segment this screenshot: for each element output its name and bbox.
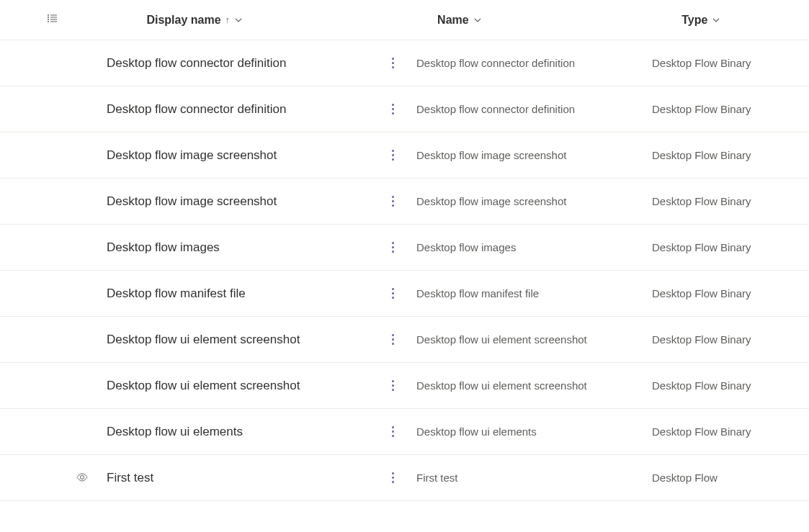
row-menu-cell xyxy=(382,147,403,163)
header-name-sort[interactable]: Name xyxy=(437,14,482,27)
table-row[interactable]: Desktop flow ui element screenshotDeskto… xyxy=(0,363,809,409)
row-name-cell: Desktop flow manifest file xyxy=(403,287,645,299)
row-menu-cell xyxy=(382,239,403,256)
table-row[interactable]: Desktop flow imagesDesktop flow imagesDe… xyxy=(0,225,809,271)
row-menu-cell xyxy=(382,285,403,302)
name-text: Desktop flow connector definition xyxy=(416,103,575,115)
more-vertical-icon[interactable] xyxy=(389,285,397,302)
header-type-cell: Type xyxy=(674,14,809,27)
name-text: Desktop flow image screenshot xyxy=(416,149,566,161)
svg-point-8 xyxy=(81,475,84,479)
row-menu-cell xyxy=(382,377,403,394)
row-display-name-cell: First test xyxy=(99,471,382,485)
row-type-cell: Desktop Flow Binary xyxy=(645,149,782,161)
row-name-cell: Desktop flow connector definition xyxy=(403,103,645,115)
type-text: Desktop Flow Binary xyxy=(652,379,751,392)
row-name-cell: Desktop flow images xyxy=(403,241,645,253)
type-text: Desktop Flow Binary xyxy=(652,241,751,253)
name-text: Desktop flow ui element screenshot xyxy=(416,379,587,392)
more-vertical-icon[interactable] xyxy=(389,147,397,163)
more-vertical-icon[interactable] xyxy=(389,469,397,486)
display-name-text[interactable]: Desktop flow ui elements xyxy=(107,425,243,439)
table-row[interactable]: Desktop flow ui elementsDesktop flow ui … xyxy=(0,409,809,455)
row-menu-cell xyxy=(382,55,403,71)
display-name-text[interactable]: First test xyxy=(107,471,153,485)
sort-ascending-icon: ↑ xyxy=(225,14,231,25)
table-row[interactable]: Desktop flow image screenshotDesktop flo… xyxy=(0,179,809,225)
row-type-cell: Desktop Flow Binary xyxy=(645,241,782,253)
row-display-name-cell: Desktop flow manifest file xyxy=(99,287,382,301)
row-display-name-cell: Desktop flow image screenshot xyxy=(99,194,382,209)
row-name-cell: Desktop flow connector definition xyxy=(403,57,645,69)
name-text: Desktop flow ui element screenshot xyxy=(416,333,587,346)
header-display-name-sort[interactable]: Display name ↑ xyxy=(146,14,243,27)
table-row[interactable]: Desktop flow connector definitionDesktop… xyxy=(0,86,809,132)
more-vertical-icon[interactable] xyxy=(389,193,397,209)
row-type-cell: Desktop Flow xyxy=(645,472,782,484)
display-name-text[interactable]: Desktop flow connector definition xyxy=(107,56,286,71)
display-name-text[interactable]: Desktop flow ui element screenshot xyxy=(107,333,300,347)
header-type-sort[interactable]: Type xyxy=(681,14,720,27)
more-vertical-icon[interactable] xyxy=(389,239,397,256)
name-text: Desktop flow image screenshot xyxy=(416,195,566,207)
type-text: Desktop Flow xyxy=(652,472,718,484)
row-name-cell: Desktop flow image screenshot xyxy=(403,149,645,161)
row-name-cell: Desktop flow image screenshot xyxy=(403,195,645,207)
display-name-text[interactable]: Desktop flow connector definition xyxy=(107,102,286,117)
more-vertical-icon[interactable] xyxy=(389,377,397,394)
more-vertical-icon[interactable] xyxy=(389,331,397,348)
name-text: First test xyxy=(416,472,458,484)
display-name-text[interactable]: Desktop flow image screenshot xyxy=(107,148,277,163)
table-row[interactable]: Desktop flow manifest fileDesktop flow m… xyxy=(0,271,809,317)
row-type-cell: Desktop Flow Binary xyxy=(645,57,782,69)
select-all-icon[interactable] xyxy=(47,13,58,27)
type-text: Desktop Flow Binary xyxy=(652,149,751,161)
display-name-text[interactable]: Desktop flow images xyxy=(107,240,220,255)
row-name-cell: First test xyxy=(403,472,645,484)
row-display-name-cell: Desktop flow connector definition xyxy=(99,56,382,71)
row-display-name-cell: Desktop flow ui element screenshot xyxy=(99,333,382,347)
type-text: Desktop Flow Binary xyxy=(652,333,751,346)
row-display-name-cell: Desktop flow connector definition xyxy=(99,102,382,117)
header-type-label: Type xyxy=(681,14,707,27)
row-menu-cell xyxy=(382,423,403,440)
row-menu-cell xyxy=(382,101,403,117)
type-text: Desktop Flow Binary xyxy=(652,57,751,69)
eye-icon xyxy=(76,472,88,484)
table-header-row: Display name ↑ Name Type xyxy=(0,0,809,40)
row-type-cell: Desktop Flow Binary xyxy=(645,425,782,438)
row-display-name-cell: Desktop flow image screenshot xyxy=(99,148,382,163)
header-display-name-cell: Display name ↑ xyxy=(104,14,416,27)
header-display-name-label: Display name xyxy=(146,14,220,27)
row-status-icon-cell xyxy=(65,472,99,484)
type-text: Desktop Flow Binary xyxy=(652,425,751,438)
type-text: Desktop Flow Binary xyxy=(652,195,751,207)
table-row[interactable]: Desktop flow ui element screenshotDeskto… xyxy=(0,317,809,363)
type-text: Desktop Flow Binary xyxy=(652,103,751,115)
name-text: Desktop flow connector definition xyxy=(416,57,575,69)
chevron-down-icon xyxy=(234,16,243,24)
row-menu-cell xyxy=(382,193,403,209)
table-row[interactable]: Desktop flow image screenshotDesktop flo… xyxy=(0,132,809,179)
row-display-name-cell: Desktop flow ui elements xyxy=(99,425,382,439)
more-vertical-icon[interactable] xyxy=(389,55,397,71)
row-menu-cell xyxy=(382,469,403,486)
name-text: Desktop flow manifest file xyxy=(416,287,539,299)
display-name-text[interactable]: Desktop flow ui element screenshot xyxy=(107,379,300,393)
header-select-all-cell xyxy=(0,13,104,27)
name-text: Desktop flow images xyxy=(416,241,516,253)
row-type-cell: Desktop Flow Binary xyxy=(645,379,782,392)
more-vertical-icon[interactable] xyxy=(389,101,397,117)
header-name-label: Name xyxy=(437,14,469,27)
header-name-cell: Name xyxy=(437,14,674,27)
row-name-cell: Desktop flow ui elements xyxy=(403,425,645,438)
display-name-text[interactable]: Desktop flow image screenshot xyxy=(107,194,277,209)
row-type-cell: Desktop Flow Binary xyxy=(645,333,782,346)
row-type-cell: Desktop Flow Binary xyxy=(645,287,782,299)
row-display-name-cell: Desktop flow images xyxy=(99,240,382,255)
table-row[interactable]: First testFirst testDesktop Flow xyxy=(0,455,809,501)
display-name-text[interactable]: Desktop flow manifest file xyxy=(107,287,246,301)
table-row[interactable]: Desktop flow connector definitionDesktop… xyxy=(0,40,809,86)
data-table: Display name ↑ Name Type xyxy=(0,0,809,501)
more-vertical-icon[interactable] xyxy=(389,423,397,440)
